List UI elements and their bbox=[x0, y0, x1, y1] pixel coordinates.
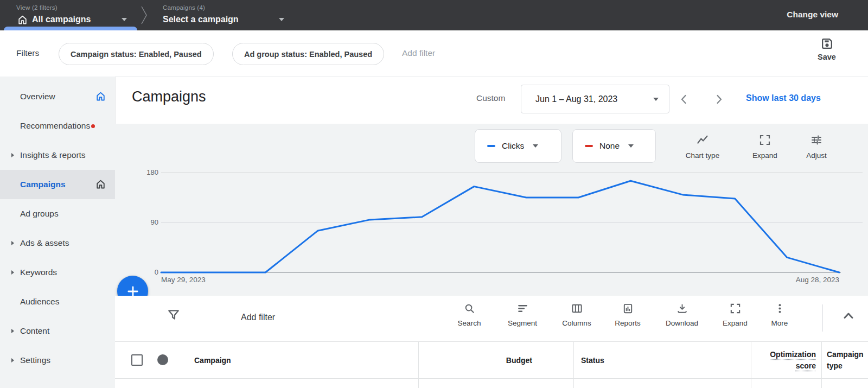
sidebar-item-label: Ad groups bbox=[20, 209, 59, 219]
metric-color-swatch bbox=[585, 145, 593, 147]
chart-type-label: Chart type bbox=[675, 151, 730, 160]
page-title: Campaigns bbox=[132, 88, 206, 105]
sidebar-item-insights-reports[interactable]: Insights & reports bbox=[0, 141, 115, 170]
save-icon bbox=[820, 37, 834, 50]
segment-button[interactable]: Segment bbox=[500, 302, 545, 327]
sidebar-item-label: Insights & reports bbox=[20, 150, 86, 160]
status-filter-dot[interactable] bbox=[157, 354, 168, 365]
expand-label: Expand bbox=[738, 151, 792, 160]
segment-label: Segment bbox=[500, 319, 545, 327]
y-axis-tick: 180 bbox=[136, 168, 158, 176]
filter-funnel-icon[interactable] bbox=[167, 308, 181, 322]
sidebar-item-settings[interactable]: Settings bbox=[0, 346, 115, 375]
chevron-down-icon[interactable] bbox=[279, 18, 284, 21]
next-period-button[interactable] bbox=[712, 93, 725, 106]
sidebar-item-recommendations[interactable]: Recommendations bbox=[0, 111, 115, 141]
expand-arrow-icon[interactable] bbox=[11, 241, 14, 245]
column-divider bbox=[751, 342, 751, 388]
more-label: More bbox=[757, 319, 802, 327]
sidebar-item-content[interactable]: Content bbox=[0, 316, 115, 346]
metric-color-swatch bbox=[487, 145, 495, 147]
metric-select-primary[interactable]: Clicks bbox=[475, 129, 561, 163]
save-label: Save bbox=[812, 53, 842, 61]
date-range-mode-label: Custom bbox=[476, 93, 505, 103]
column-header-status[interactable]: Status bbox=[581, 356, 604, 365]
sidebar-item-label: Recommendations bbox=[20, 121, 95, 131]
reports-button[interactable]: Reports bbox=[605, 302, 650, 327]
download-icon bbox=[676, 302, 688, 315]
x-axis-start-label: May 29, 2023 bbox=[161, 276, 206, 284]
search-button[interactable]: Search bbox=[446, 302, 492, 327]
adjust-chart-button[interactable]: Adjust bbox=[789, 133, 844, 160]
reports-label: Reports bbox=[605, 319, 650, 327]
sidebar-item-keywords[interactable]: Keywords bbox=[0, 258, 115, 287]
sidebar-item-ads-assets[interactable]: Ads & assets bbox=[0, 228, 115, 258]
column-divider bbox=[573, 342, 574, 388]
download-label: Download bbox=[659, 319, 705, 327]
sidebar-item-audiences[interactable]: Audiences bbox=[0, 287, 115, 316]
header-bottom-border bbox=[115, 378, 868, 379]
active-view-indicator bbox=[4, 27, 137, 30]
expand-arrow-icon[interactable] bbox=[11, 270, 14, 275]
select-all-checkbox[interactable] bbox=[131, 354, 143, 366]
y-axis-tick: 90 bbox=[136, 218, 158, 226]
view-filters-label: View (2 filters) bbox=[16, 4, 58, 11]
sidebar-item-label: Content bbox=[20, 326, 49, 336]
home-icon bbox=[17, 14, 28, 26]
expand-table-button[interactable]: Expand bbox=[712, 302, 758, 327]
chart-type-icon bbox=[696, 133, 709, 147]
home-icon bbox=[95, 91, 106, 102]
date-range-value: Jun 1 – Aug 31, 2023 bbox=[535, 94, 617, 104]
sidebar-item-campaigns[interactable]: Campaigns bbox=[0, 170, 115, 199]
x-axis-end-label: Aug 28, 2023 bbox=[758, 276, 839, 284]
download-button[interactable]: Download bbox=[659, 302, 705, 327]
column-header-optimization-score[interactable]: Optimization score bbox=[764, 349, 816, 372]
clicks-line bbox=[161, 181, 839, 272]
change-view-button[interactable]: Change view bbox=[787, 10, 838, 20]
table-toolbar: Add filter Search Segment Columns Report… bbox=[115, 296, 868, 341]
filter-bar: Filters Campaign status: Enabled, Paused… bbox=[0, 30, 868, 77]
column-header-campaign[interactable]: Campaign bbox=[194, 356, 231, 365]
sidebar-item-label: Settings bbox=[20, 355, 50, 365]
column-divider bbox=[821, 342, 822, 388]
campaigns-count-label: Campaigns (4) bbox=[163, 4, 205, 11]
chart-type-button[interactable]: Chart type bbox=[675, 133, 730, 160]
more-button[interactable]: More bbox=[757, 302, 802, 327]
chevron-down-icon bbox=[533, 144, 538, 148]
top-navigation-bar: View (2 filters) All campaigns Campaigns… bbox=[0, 0, 868, 30]
search-icon bbox=[463, 302, 476, 315]
expand-chart-button[interactable]: Expand bbox=[738, 133, 792, 160]
reports-icon bbox=[622, 302, 634, 315]
table-add-filter[interactable]: Add filter bbox=[241, 313, 275, 322]
columns-button[interactable]: Columns bbox=[554, 302, 599, 327]
add-filter-link[interactable]: Add filter bbox=[402, 48, 435, 58]
notification-dot bbox=[91, 124, 95, 128]
save-button[interactable]: Save bbox=[812, 37, 842, 61]
date-range-picker[interactable]: Jun 1 – Aug 31, 2023 bbox=[521, 85, 669, 113]
metric-select-secondary[interactable]: None bbox=[572, 129, 656, 163]
segment-icon bbox=[516, 302, 529, 315]
column-header-budget[interactable]: Budget bbox=[418, 356, 532, 365]
column-header-campaign-type[interactable]: Campaign type bbox=[827, 349, 868, 372]
expand-arrow-icon[interactable] bbox=[11, 329, 14, 333]
expand-arrow-icon[interactable] bbox=[11, 153, 14, 157]
adjust-label: Adjust bbox=[789, 151, 844, 160]
sidebar-item-label: Ads & assets bbox=[20, 238, 69, 248]
columns-icon bbox=[571, 302, 583, 315]
show-last-30-days-link[interactable]: Show last 30 days bbox=[746, 93, 821, 103]
chevron-down-icon bbox=[653, 98, 659, 101]
performance-chart-panel: 180 90 0 May 29, 2023 Aug 28, 2023 Click… bbox=[115, 124, 868, 296]
select-campaign-selector[interactable]: Select a campaign bbox=[163, 15, 239, 24]
expand-arrow-icon[interactable] bbox=[11, 358, 14, 362]
previous-period-button[interactable] bbox=[678, 93, 691, 106]
chevron-down-icon[interactable] bbox=[122, 18, 127, 21]
sidebar-item-ad-groups[interactable]: Ad groups bbox=[0, 199, 115, 228]
collapse-chevron-up-icon[interactable] bbox=[841, 308, 856, 323]
filter-chip-campaign-status[interactable]: Campaign status: Enabled, Paused bbox=[59, 43, 214, 65]
chevron-down-icon bbox=[628, 144, 634, 148]
breadcrumb-separator-icon bbox=[139, 2, 150, 28]
filter-chip-adgroup-status[interactable]: Ad group status: Enabled, Paused bbox=[232, 43, 384, 65]
all-campaigns-selector[interactable]: All campaigns bbox=[32, 15, 91, 24]
column-divider bbox=[418, 342, 419, 388]
sidebar-item-overview[interactable]: Overview bbox=[0, 82, 115, 111]
